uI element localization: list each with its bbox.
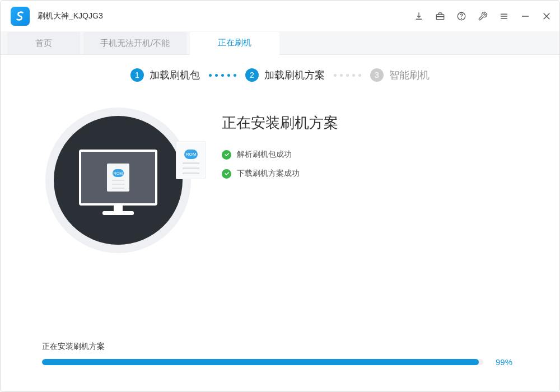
menu-icon[interactable] [499, 11, 509, 21]
download-icon[interactable] [414, 11, 424, 21]
titlebar-actions [414, 11, 552, 21]
status-text: 解析刷机包成功 [237, 150, 292, 160]
step-number: 2 [245, 68, 259, 82]
step-2: 2 加载刷机方案 [245, 68, 325, 82]
tab-home[interactable]: 首页 [7, 32, 80, 54]
tab-flashing[interactable]: 正在刷机 [190, 32, 279, 55]
tab-label: 正在刷机 [218, 38, 251, 48]
help-icon[interactable] [456, 11, 466, 21]
progress-fill [42, 359, 479, 365]
stepper: 1 加载刷机包 2 加载刷机方案 3 智能刷机 [1, 55, 559, 85]
step-connector [334, 74, 361, 77]
app-logo [11, 7, 30, 26]
settings-icon[interactable] [478, 11, 488, 21]
step-label: 智能刷机 [389, 68, 430, 82]
minimize-button[interactable] [520, 11, 530, 21]
progress-bar [42, 359, 483, 365]
step-number: 1 [130, 68, 144, 82]
status-heading: 正在安装刷机方案 [222, 113, 526, 133]
progress-area: 正在安装刷机方案 99% [42, 342, 518, 367]
content: ROM ROM 正在安装刷机方案 [1, 85, 559, 256]
document-icon: ROM [176, 141, 206, 179]
progress-percent: 99% [496, 357, 518, 367]
illustration: ROM ROM [45, 108, 194, 256]
step-connector [209, 74, 236, 77]
check-icon [222, 150, 231, 160]
status-item: 下载刷机方案成功 [222, 169, 526, 179]
toolbox-icon[interactable] [435, 11, 445, 21]
status-item: 解析刷机包成功 [222, 150, 526, 160]
check-icon [222, 169, 231, 179]
tab-bar: 首页 手机无法开机/不能 正在刷机 [1, 31, 559, 55]
tab-phone-noboot[interactable]: 手机无法开机/不能 [83, 32, 186, 54]
step-1: 1 加载刷机包 [130, 68, 200, 82]
step-label: 加载刷机包 [150, 68, 200, 82]
tab-label: 首页 [35, 38, 52, 49]
status-panel: 正在安装刷机方案 解析刷机包成功 下载刷机方案成功 [222, 108, 526, 256]
step-number: 3 [370, 68, 384, 82]
step-label: 加载刷机方案 [264, 68, 325, 82]
progress-label: 正在安装刷机方案 [42, 342, 518, 352]
svg-point-2 [461, 18, 462, 18]
title-bar: 刷机大神_KJQJG3 [1, 1, 559, 31]
svg-rect-0 [436, 15, 444, 20]
close-button[interactable] [542, 11, 552, 21]
status-text: 下载刷机方案成功 [237, 169, 300, 179]
tab-label: 手机无法开机/不能 [100, 38, 170, 49]
app-title: 刷机大神_KJQJG3 [38, 11, 103, 21]
monitor-icon: ROM [79, 150, 157, 206]
step-3: 3 智能刷机 [370, 68, 430, 82]
